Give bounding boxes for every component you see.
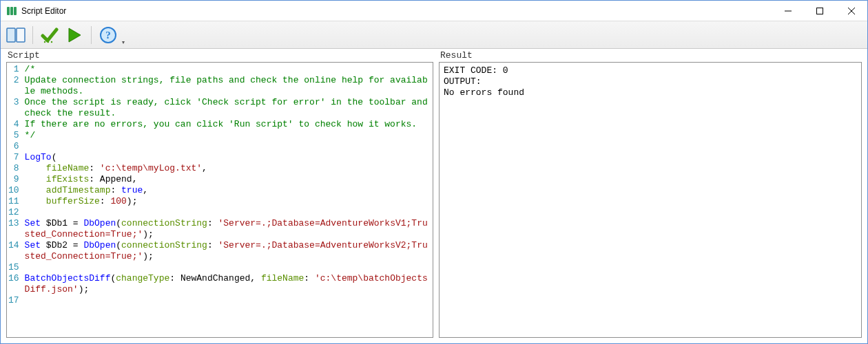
minimize-button[interactable] bbox=[772, 1, 804, 21]
toggle-panels-button[interactable] bbox=[5, 24, 27, 46]
code-line[interactable]: addTimestamp: true, bbox=[25, 185, 430, 196]
svg-point-9 bbox=[44, 41, 45, 42]
window-controls bbox=[772, 1, 867, 21]
toolbar-overflow-icon[interactable]: ▾ bbox=[122, 39, 129, 48]
toolbar: ? ▾ bbox=[1, 21, 867, 49]
code-line[interactable]: /* bbox=[25, 64, 430, 75]
script-panel: Script 12.3.45678910111213.14.1516.17 /*… bbox=[6, 49, 433, 338]
window-title: Script Editor bbox=[21, 6, 66, 16]
svg-rect-1 bbox=[10, 7, 13, 15]
result-panel: Result EXIT CODE: 0 OUTPUT: No errors fo… bbox=[439, 49, 862, 338]
maximize-button[interactable] bbox=[804, 1, 836, 21]
code-line[interactable] bbox=[25, 262, 430, 273]
app-icon bbox=[6, 6, 17, 17]
code-line[interactable] bbox=[25, 295, 430, 306]
toolbar-separator bbox=[32, 26, 33, 44]
svg-rect-2 bbox=[14, 7, 17, 15]
script-panel-title: Script bbox=[6, 49, 433, 62]
result-panel-title: Result bbox=[439, 49, 862, 62]
code-line[interactable]: */ bbox=[25, 130, 430, 141]
run-script-button[interactable] bbox=[63, 24, 85, 46]
code-line[interactable]: LogTo( bbox=[25, 152, 430, 163]
code-line[interactable] bbox=[25, 207, 430, 218]
content-area: Script 12.3.45678910111213.14.1516.17 /*… bbox=[1, 49, 867, 343]
svg-rect-4 bbox=[817, 8, 823, 14]
code-lines[interactable]: /*Update connection strings, file paths … bbox=[22, 63, 433, 308]
code-line[interactable]: ifExists: Append, bbox=[25, 174, 430, 185]
svg-point-10 bbox=[48, 41, 49, 42]
result-output[interactable]: EXIT CODE: 0 OUTPUT: No errors found bbox=[439, 62, 862, 338]
code-line[interactable]: bufferSize: 100); bbox=[25, 196, 430, 207]
help-button[interactable]: ? bbox=[97, 24, 119, 46]
code-line[interactable]: fileName: 'c:\temp\myLog.txt', bbox=[25, 163, 430, 174]
svg-text:?: ? bbox=[105, 30, 111, 41]
titlebar: Script Editor bbox=[1, 1, 867, 21]
check-script-button[interactable] bbox=[39, 24, 61, 46]
svg-rect-8 bbox=[17, 28, 25, 42]
toolbar-separator bbox=[91, 26, 92, 44]
window-root: Script Editor bbox=[0, 0, 868, 344]
close-button[interactable] bbox=[836, 1, 867, 21]
code-line[interactable]: Once the script is ready, click 'Check s… bbox=[25, 97, 430, 119]
svg-rect-0 bbox=[7, 7, 10, 15]
line-gutter: 12.3.45678910111213.14.1516.17 bbox=[7, 63, 22, 308]
code-line[interactable] bbox=[25, 141, 430, 152]
svg-rect-7 bbox=[7, 28, 15, 42]
code-line[interactable]: If there are no errors, you can click 'R… bbox=[25, 119, 430, 130]
script-editor[interactable]: 12.3.45678910111213.14.1516.17 /*Update … bbox=[6, 62, 433, 338]
result-text: EXIT CODE: 0 OUTPUT: No errors found bbox=[440, 63, 861, 101]
code-line[interactable]: Update connection strings, file paths an… bbox=[25, 75, 430, 97]
svg-point-11 bbox=[51, 41, 52, 42]
code-line[interactable]: Set $Db2 = DbOpen(connectionString: 'Ser… bbox=[25, 240, 430, 262]
code-line[interactable]: Set $Db1 = DbOpen(connectionString: 'Ser… bbox=[25, 218, 430, 240]
code-line[interactable]: BatchObjectsDiff(changeType: NewAndChang… bbox=[25, 273, 430, 295]
